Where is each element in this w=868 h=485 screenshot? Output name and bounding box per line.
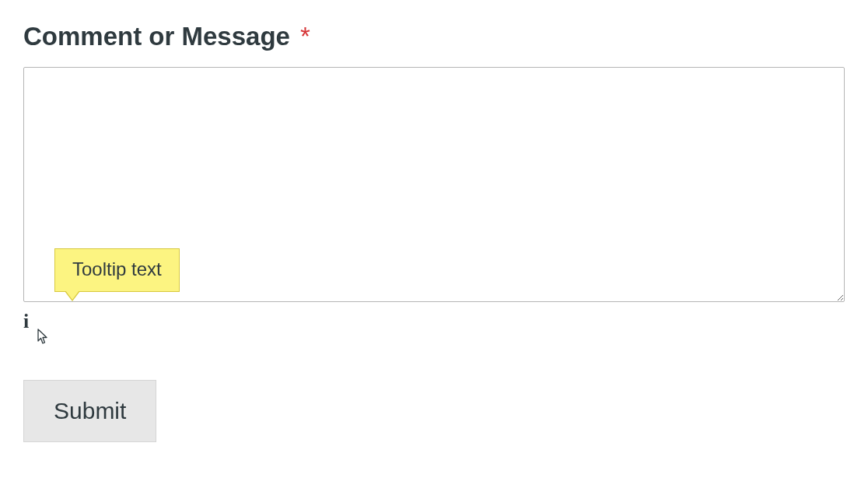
comment-label: Comment or Message *: [23, 22, 845, 51]
info-row: i: [23, 311, 845, 343]
tooltip-tail: [65, 291, 80, 301]
submit-row: Submit: [23, 380, 845, 442]
comment-label-text: Comment or Message: [23, 22, 290, 51]
cursor-icon: [37, 329, 50, 346]
tooltip: Tooltip text: [54, 248, 180, 292]
tooltip-bubble: Tooltip text: [54, 248, 180, 292]
required-asterisk: *: [300, 22, 310, 51]
comment-field: Comment or Message * Tooltip text i: [23, 22, 845, 343]
tooltip-text: Tooltip text: [72, 258, 162, 279]
submit-button[interactable]: Submit: [23, 380, 156, 442]
info-icon[interactable]: i: [23, 311, 29, 332]
